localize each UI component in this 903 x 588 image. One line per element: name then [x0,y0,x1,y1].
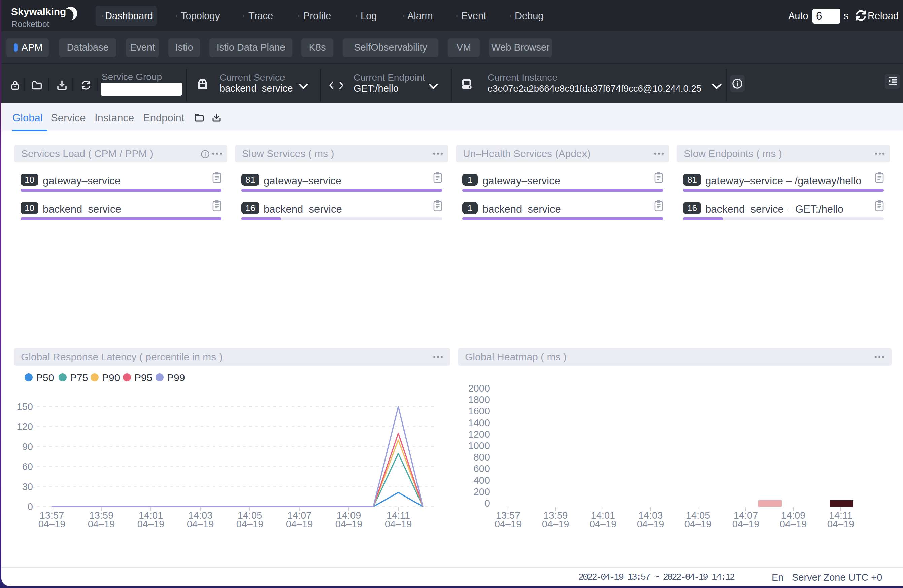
svg-text:400: 400 [474,475,490,486]
svg-text:04–19: 04–19 [286,519,313,530]
svg-text:04–19: 04–19 [38,519,66,530]
svg-text:P50: P50 [36,372,54,383]
svg-text:120: 120 [17,421,33,432]
svg-text:04–19: 04–19 [137,519,165,530]
svg-text:04–19: 04–19 [780,519,807,530]
svg-text:P99: P99 [167,372,185,383]
svg-text:04–19: 04–19 [385,519,412,530]
svg-text:60: 60 [22,461,33,472]
svg-text:P90: P90 [102,372,120,383]
svg-text:04–19: 04–19 [637,519,664,530]
svg-text:150: 150 [17,401,33,412]
svg-text:P75: P75 [70,372,88,383]
svg-text:90: 90 [22,441,33,452]
svg-text:2000: 2000 [468,383,490,394]
svg-text:1000: 1000 [468,440,490,451]
svg-text:0: 0 [485,498,490,509]
svg-text:P95: P95 [134,372,152,383]
svg-text:04–19: 04–19 [187,519,214,530]
svg-text:04–19: 04–19 [684,519,712,530]
svg-text:1800: 1800 [468,394,490,405]
svg-text:30: 30 [22,481,33,492]
svg-text:1400: 1400 [468,417,490,428]
svg-text:04–19: 04–19 [732,519,760,530]
svg-text:04–19: 04–19 [827,519,854,530]
svg-text:04–19: 04–19 [542,519,569,530]
svg-text:04–19: 04–19 [335,519,363,530]
svg-text:0: 0 [28,501,33,512]
svg-text:04–19: 04–19 [236,519,264,530]
svg-text:600: 600 [474,463,490,474]
svg-text:04–19: 04–19 [495,519,522,530]
svg-text:04–19: 04–19 [590,519,617,530]
svg-text:04–19: 04–19 [88,519,115,530]
svg-text:1200: 1200 [468,429,490,440]
svg-text:1600: 1600 [468,406,490,416]
svg-text:800: 800 [474,452,490,463]
svg-text:200: 200 [474,486,490,497]
